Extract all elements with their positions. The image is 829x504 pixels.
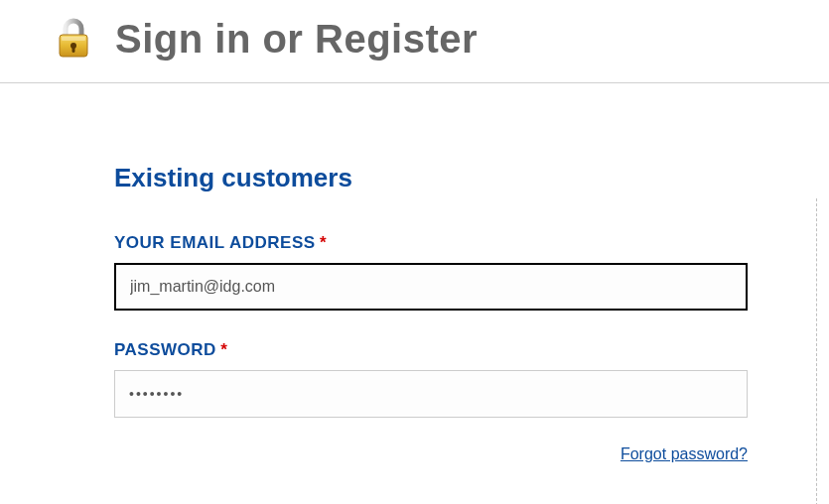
password-label: PASSWORD <box>114 340 216 360</box>
password-field[interactable] <box>114 370 748 418</box>
forgot-password-link[interactable]: Forgot password? <box>621 445 748 462</box>
svg-rect-1 <box>62 37 85 41</box>
email-label: YOUR EMAIL ADDRESS <box>114 233 316 253</box>
password-group: PASSWORD * Forgot password? <box>114 340 829 463</box>
email-required: * <box>320 233 327 253</box>
lock-icon <box>50 15 97 63</box>
signin-section: Existing customers YOUR EMAIL ADDRESS * … <box>0 83 829 463</box>
password-required: * <box>220 340 227 360</box>
email-group: YOUR EMAIL ADDRESS * <box>114 233 829 311</box>
vertical-divider <box>816 198 817 504</box>
email-field[interactable] <box>114 263 748 311</box>
svg-rect-3 <box>72 47 75 53</box>
page-title: Sign in or Register <box>115 17 478 62</box>
section-title: Existing customers <box>114 163 829 193</box>
page-header: Sign in or Register <box>0 0 829 83</box>
